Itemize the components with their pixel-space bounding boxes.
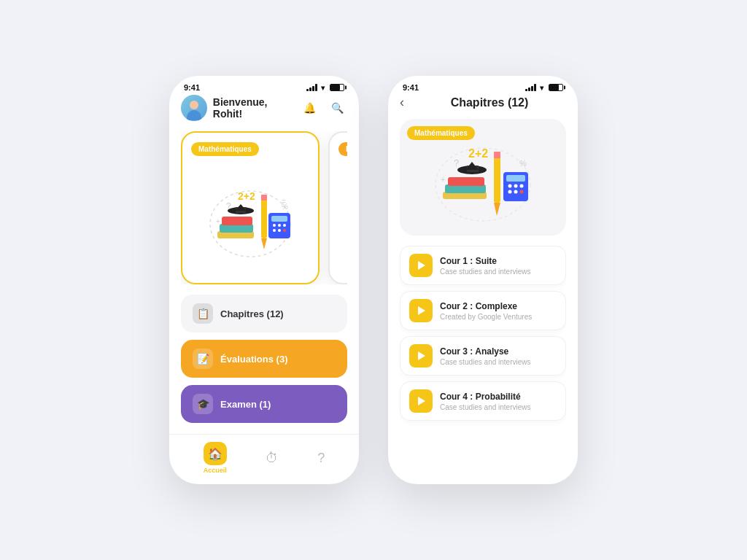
svg-text:+: + xyxy=(216,217,220,225)
chapter-title-2: Cour 2 : Complexe xyxy=(440,301,557,311)
nav-help[interactable]: ? xyxy=(317,451,325,466)
svg-point-39 xyxy=(520,190,524,194)
evaluations-label: Évaluations (3) xyxy=(220,354,287,365)
chapter-course-tag: Mathématiques xyxy=(407,126,475,140)
svg-point-11 xyxy=(283,224,286,227)
status-bar-left: 9:41 ▾ xyxy=(169,76,359,95)
svg-rect-3 xyxy=(222,217,252,225)
home-label: Accueil xyxy=(204,467,227,474)
chapter-title-1: Cour 1 : Suite xyxy=(440,256,557,266)
status-icons-right: ▾ xyxy=(525,84,563,92)
svg-point-10 xyxy=(278,224,281,227)
examen-section[interactable]: 🎓 Examen (1) xyxy=(181,385,347,423)
course-card-physics[interactable]: Phys... xyxy=(328,131,347,284)
svg-rect-4 xyxy=(261,195,267,238)
play-button-1[interactable] xyxy=(409,254,433,277)
svg-point-9 xyxy=(273,224,276,227)
svg-rect-8 xyxy=(271,216,287,222)
play-button-3[interactable] xyxy=(409,344,433,368)
chapter-list: Cour 1 : Suite Case studies and intervie… xyxy=(400,246,566,484)
svg-text:2+2: 2+2 xyxy=(238,190,255,202)
course-tag-math: Mathématiques xyxy=(191,142,259,156)
left-phone: 9:41 ▾ xyxy=(169,76,359,484)
chapter-header-image: Mathématiques xyxy=(400,119,566,236)
right-phone: 9:41 ▾ ‹ Chapitres (12) xyxy=(388,76,578,484)
status-bar-right: 9:41 ▾ xyxy=(388,76,578,95)
svg-rect-28 xyxy=(448,177,484,186)
help-icon: ? xyxy=(317,451,325,466)
play-triangle-3 xyxy=(418,351,425,360)
chapter-title-3: Cour 3 : Analyse xyxy=(440,346,557,357)
avatar xyxy=(181,95,207,121)
chapter-subtitle-3: Case studies and interviews xyxy=(440,358,557,366)
svg-point-34 xyxy=(508,184,512,188)
time-left: 9:41 xyxy=(184,83,200,92)
chapter-info-4: Cour 4 : Probabilité Case studies and in… xyxy=(440,392,557,411)
math-illustration: 2+2 ? + % = xyxy=(191,162,309,271)
chapter-subtitle-1: Case studies and interviews xyxy=(440,268,557,276)
chapitres-icon: 📋 xyxy=(193,303,213,324)
history-icon: ⏱ xyxy=(266,451,279,466)
svg-point-13 xyxy=(278,229,281,232)
svg-rect-33 xyxy=(506,175,525,182)
examen-icon: 🎓 xyxy=(193,394,213,414)
svg-text:?: ? xyxy=(454,158,459,168)
svg-rect-6 xyxy=(261,195,267,201)
chapter-info-2: Cour 2 : Complexe Created by Google Vent… xyxy=(440,301,557,321)
svg-marker-5 xyxy=(261,238,267,249)
svg-text:+: + xyxy=(441,175,445,184)
svg-point-36 xyxy=(520,184,524,188)
status-icons-left: ▾ xyxy=(306,84,344,92)
back-header: ‹ Chapitres (12) xyxy=(400,95,566,110)
svg-marker-30 xyxy=(494,203,500,216)
wifi-icon-right: ▾ xyxy=(540,84,543,92)
svg-text:%: % xyxy=(519,159,527,168)
search-icon[interactable]: 🔍 xyxy=(327,98,347,118)
nav-home[interactable]: 🏠 Accueil xyxy=(204,442,227,474)
back-button[interactable]: ‹ xyxy=(400,95,404,110)
examen-label: Examen (1) xyxy=(220,399,271,410)
home-icon: 🏠 xyxy=(204,442,227,465)
chapter-title-4: Cour 4 : Probabilité xyxy=(440,392,557,402)
svg-rect-29 xyxy=(494,152,500,203)
svg-point-14 xyxy=(283,229,286,232)
chapter-subtitle-4: Case studies and interviews xyxy=(440,403,557,411)
chapter-info-3: Cour 3 : Analyse Case studies and interv… xyxy=(440,346,557,366)
play-triangle-1 xyxy=(418,261,425,270)
signal-icon-right xyxy=(525,84,536,91)
header-icons: 🔔 🔍 xyxy=(299,98,347,118)
battery-icon xyxy=(330,84,344,91)
time-right: 9:41 xyxy=(403,83,419,92)
play-button-2[interactable] xyxy=(409,299,433,322)
chapitres-section[interactable]: 📋 Chapitres (12) xyxy=(181,295,347,332)
course-cards: Mathématiques xyxy=(181,131,347,284)
page-title: Chapitres (12) xyxy=(413,96,566,109)
course-card-math[interactable]: Mathématiques xyxy=(181,131,320,284)
course-tag-physics: Phys... xyxy=(338,142,347,156)
chapter-info-1: Cour 1 : Suite Case studies and intervie… xyxy=(440,256,557,276)
svg-point-35 xyxy=(514,184,518,188)
chapter-item-4[interactable]: Cour 4 : Probabilité Case studies and in… xyxy=(400,381,566,421)
bottom-nav: 🏠 Accueil ⏱ ? xyxy=(169,434,359,484)
svg-text:=: = xyxy=(282,198,286,206)
play-triangle-2 xyxy=(418,306,425,315)
signal-icon xyxy=(306,84,317,91)
play-button-4[interactable] xyxy=(409,389,433,413)
chapter-item-2[interactable]: Cour 2 : Complexe Created by Google Vent… xyxy=(400,291,566,330)
notification-icon[interactable]: 🔔 xyxy=(299,98,320,118)
chapitres-label: Chapitres (12) xyxy=(220,308,284,319)
chapter-subtitle-2: Created by Google Ventures xyxy=(440,313,557,321)
play-triangle-4 xyxy=(418,397,425,405)
wifi-icon: ▾ xyxy=(321,84,325,92)
svg-point-38 xyxy=(514,190,518,194)
svg-text:2+2: 2+2 xyxy=(468,147,488,160)
svg-rect-31 xyxy=(494,152,500,158)
welcome-text: Bienvenue, Rohit! xyxy=(213,96,299,120)
battery-icon-right xyxy=(549,84,563,91)
svg-point-12 xyxy=(273,229,276,232)
svg-text:?: ? xyxy=(226,201,231,211)
nav-history[interactable]: ⏱ xyxy=(266,451,279,466)
evaluations-section[interactable]: 📝 Évaluations (3) xyxy=(181,340,347,378)
chapter-item-1[interactable]: Cour 1 : Suite Case studies and intervie… xyxy=(400,246,566,285)
chapter-item-3[interactable]: Cour 3 : Analyse Case studies and interv… xyxy=(400,336,566,376)
